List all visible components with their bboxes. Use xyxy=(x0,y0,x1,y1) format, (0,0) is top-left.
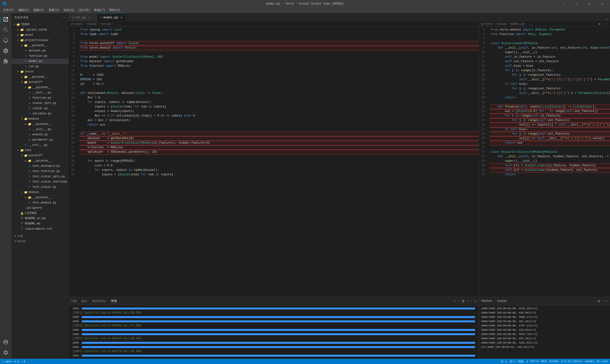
status-position[interactable]: 行 1, 列 1 xyxy=(501,360,516,363)
sidebar-outline[interactable]: ▼ 大纲 xyxy=(12,234,69,239)
terminal-close-icon[interactable]: ✕ xyxy=(475,299,477,303)
sidebar-item-function-py2[interactable]: ▶ ● function.py xyxy=(12,95,69,101)
sidebar-timeline[interactable]: ▼ 时间线 xyxy=(12,239,69,244)
sidebar-item-requirements[interactable]: ▶ T requirements.txt xyxy=(12,226,69,232)
sidebar-item-autodiff[interactable]: ▼ 📁 autodiff xyxy=(12,79,69,85)
terminal-tab-output[interactable]: 输出 xyxy=(81,299,87,304)
git-icon[interactable] xyxy=(1,36,10,45)
sidebar-item-run-py[interactable]: ▶ ● run.py xyxy=(12,64,69,69)
sidebar-item-readme-cn[interactable]: ▶ M README_cn.md xyxy=(12,216,69,221)
run-py-editor[interactable]: project › scalar › run.py › ... 1 2 3 xyxy=(69,21,479,297)
model-py-content[interactable]: 5 6 7 8 9 10 11 12 13 14 15 16 1 xyxy=(479,27,610,297)
sidebar-item-module-folder[interactable]: ▼ 📁 module xyxy=(12,116,69,121)
extensions-icon[interactable] xyxy=(1,57,10,65)
menu-help[interactable]: 帮助(H) xyxy=(107,8,122,13)
menu-view[interactable]: 查看(V) xyxy=(47,8,62,13)
status-golive[interactable]: Go Live xyxy=(597,360,608,363)
account-icon[interactable] xyxy=(1,338,10,346)
tab-model-close[interactable]: ✕ xyxy=(121,15,122,20)
terminal-split-icon[interactable]: ⫞ xyxy=(458,299,460,303)
terminal-kill-icon[interactable]: 🗑 xyxy=(462,299,465,303)
status-language[interactable]: Python xyxy=(549,360,559,363)
sidebar-item-module-py[interactable]: ▶ ● module.py xyxy=(12,132,69,137)
terminal-content[interactable]: 100% [INFO] Epoch:53 Loss:0.005941 Acc:9… xyxy=(69,305,479,359)
split-button[interactable]: ⫞ xyxy=(603,22,604,26)
sidebar-item-pycache2[interactable]: ▶ 📁 __pycache__ xyxy=(12,74,69,79)
tab-run-close[interactable]: ✕ xyxy=(88,15,90,20)
sidebar-item-test-scalar-opts[interactable]: ▶ ● test_scalar_opts.py xyxy=(12,174,69,179)
terminal-add-icon[interactable]: + xyxy=(454,299,456,303)
sidebar-item-test-scalar-overload[interactable]: ▶ ● test_scalar_overload.py xyxy=(12,179,69,184)
terminal-kill-btn[interactable]: 🗑 xyxy=(597,299,600,303)
sidebar-item-license[interactable]: ▶ 🔒 LICENSE xyxy=(12,211,69,216)
tab-model-py[interactable]: ● model.py ✕ xyxy=(97,13,126,21)
sidebar-item-test-module[interactable]: ▶ ● test_module.py xyxy=(12,200,69,205)
model-py-editor[interactable]: project › scalar › model.py › ... ▶ ⫞ ⋯ xyxy=(479,21,610,297)
tab-split-button[interactable]: ⋯ xyxy=(606,17,608,21)
sidebar-item-gitignore[interactable]: ▶ ⬝ .gitignore xyxy=(12,205,69,211)
sidebar-item-test-scalar[interactable]: ▶ ● test_scalar.py xyxy=(12,184,69,190)
search-icon[interactable] xyxy=(1,26,10,34)
status-errors[interactable]: ⊗ 0 ⚠ 0 xyxy=(14,360,25,363)
debug-icon[interactable] xyxy=(1,46,10,55)
maximize-button[interactable]: □ xyxy=(571,0,582,7)
menu-goto[interactable]: 转到(G) xyxy=(62,8,77,13)
terminal-tab-issues[interactable]: 问题 xyxy=(71,299,77,304)
status-encoding[interactable]: UTF-8 xyxy=(530,360,538,363)
menu-terminal[interactable]: 终端(T) xyxy=(92,8,107,13)
run-py-content[interactable]: 1 2 3 4 5 6 7 8 9 10 11 12 13 xyxy=(69,27,479,297)
minimize-button[interactable]: ─ xyxy=(558,0,569,7)
menu-file[interactable]: 文件(F) xyxy=(1,8,16,13)
menu-select[interactable]: 选择(S) xyxy=(31,8,46,13)
status-eol[interactable]: CRLF xyxy=(541,360,547,363)
terminal-max-icon[interactable]: ⌃ xyxy=(471,299,472,303)
terminal-tab-debug[interactable]: 调试控制台 xyxy=(92,299,106,304)
sidebar-item-asset[interactable]: ▶ 📁 asset xyxy=(12,32,69,38)
sidebar-item-test-function[interactable]: ▶ ● test_function.py xyxy=(12,169,69,174)
sidebar-content[interactable]: ▼ 📁 TEROX ▶ 📁 .pytest_cache ▶ 📁 asset ▼ … xyxy=(12,22,69,359)
terminal-more-icon[interactable]: ⋯ xyxy=(467,299,469,303)
terminal-close-btn[interactable]: ✕ xyxy=(606,299,608,303)
explorer-icon[interactable] xyxy=(1,15,10,24)
sidebar-item-init-py3[interactable]: ▶ ● __init__.py xyxy=(12,143,69,148)
sidebar-item-test-backward[interactable]: ▶ ● test_backward.py xyxy=(12,163,69,169)
sidebar-item-scalar-opts-py[interactable]: ▶ ● scalar_opts.py xyxy=(12,101,69,106)
sidebar-item-terox[interactable]: ▼ 📁 TEROX xyxy=(12,22,69,27)
sidebar-item-scalar-py[interactable]: ▶ ● scalar.py xyxy=(12,106,69,111)
sidebar-item-pycache4[interactable]: ▶ 📁 __pycache__ xyxy=(12,121,69,127)
new-file-icon[interactable]: ⋯ xyxy=(63,15,66,20)
sidebar-item-function-py[interactable]: ▶ ● function.py xyxy=(12,53,69,59)
terminal-tab-terminal[interactable]: 终端 xyxy=(111,299,117,304)
sidebar-item-init-py2[interactable]: ▶ ● __init__.py xyxy=(12,127,69,132)
restore-button[interactable]: ❐ xyxy=(584,0,595,7)
sidebar-item-dataset-py[interactable]: ▶ ● dataset.py xyxy=(12,48,69,53)
sidebar-item-pytest-cache[interactable]: ▶ 📁 .pytest_cache xyxy=(12,27,69,32)
sidebar-item-parameter-py[interactable]: ▶ ● parameter.py xyxy=(12,137,69,143)
status-python-version[interactable]: 3.8.19 (Terox: conda) xyxy=(561,360,594,363)
status-spaces[interactable]: 空格: 4 xyxy=(518,360,528,363)
sidebar-item-model-py[interactable]: ▶ ● model.py xyxy=(12,59,69,64)
sidebar-item-readme[interactable]: ▶ M README.md xyxy=(12,221,69,226)
sidebar-item-project-scalar[interactable]: ▼ 📁 project\scalar xyxy=(12,38,69,43)
sidebar-item-test-folder[interactable]: ▼ 📁 test xyxy=(12,148,69,153)
sidebar-item-autodiff2[interactable]: ▼ 📁 autodiff xyxy=(12,153,69,158)
settings-icon[interactable] xyxy=(1,348,10,357)
sidebar-item-pycache1[interactable]: ▶ 📁 __pycache__ xyxy=(12,43,69,48)
sidebar-item-pycache5[interactable]: ▶ 📁 __pycache__ xyxy=(12,158,69,163)
sidebar-item-init-py1[interactable]: ▶ ● __init__.py xyxy=(12,90,69,95)
window-controls[interactable]: ─ □ ❐ ✕ xyxy=(558,0,608,7)
sidebar-item-terox-folder[interactable]: ▼ 📁 terox xyxy=(12,69,69,74)
tab-run-py[interactable]: ● run.py ✕ xyxy=(69,13,97,21)
more-button[interactable]: ⋯ xyxy=(606,22,608,26)
menu-run[interactable]: 运行(R) xyxy=(77,8,92,13)
run-button[interactable]: ▶ xyxy=(599,22,601,26)
sidebar-item-variable-py[interactable]: ▶ ● variable.py xyxy=(12,111,69,116)
sidebar-item-pycache6[interactable]: ▶ 📁 __pycache__ xyxy=(12,195,69,200)
status-branch[interactable]: ⚡ main xyxy=(2,360,12,363)
terminal-split-btn[interactable]: ⫞ xyxy=(594,299,596,303)
sidebar-item-module2[interactable]: ▼ 📁 module xyxy=(12,190,69,195)
terminal-more-btn[interactable]: ⋯ xyxy=(602,299,604,303)
close-button[interactable]: ✕ xyxy=(597,0,608,7)
right-terminal-content[interactable]: 1000/1000 [00:00<00:00, 3310.26it/s] 100… xyxy=(479,305,610,359)
menu-edit[interactable]: 编辑(E) xyxy=(16,8,31,13)
